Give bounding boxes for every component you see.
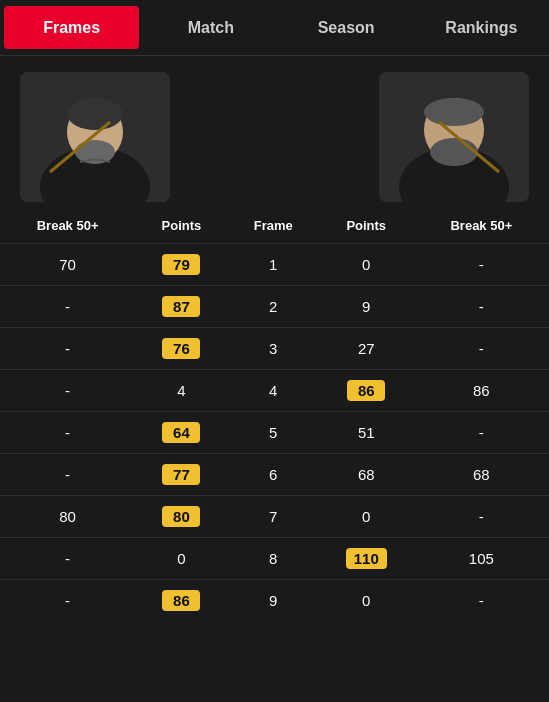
- cell-left-points: 86: [135, 580, 227, 622]
- cell-right-points: 0: [319, 496, 414, 538]
- points-badge: 77: [162, 464, 200, 485]
- cell-frame: 9: [228, 580, 319, 622]
- points-badge: 80: [162, 506, 200, 527]
- stats-table: Break 50+ Points Frame Points Break 50+ …: [0, 212, 549, 621]
- cell-right-points: 51: [319, 412, 414, 454]
- points-badge: 87: [162, 296, 200, 317]
- cell-left-points: 77: [135, 454, 227, 496]
- cell-right-break: -: [414, 580, 549, 622]
- col-left-points: Points: [135, 212, 227, 244]
- cell-left-break: -: [0, 328, 135, 370]
- col-frame: Frame: [228, 212, 319, 244]
- cell-left-break: -: [0, 454, 135, 496]
- cell-right-break: -: [414, 286, 549, 328]
- cell-left-points: 76: [135, 328, 227, 370]
- cell-frame: 3: [228, 328, 319, 370]
- points-badge: 86: [347, 380, 385, 401]
- cell-left-break: -: [0, 580, 135, 622]
- cell-frame: 1: [228, 244, 319, 286]
- col-left-break: Break 50+: [0, 212, 135, 244]
- cell-left-points: 64: [135, 412, 227, 454]
- cell-left-break: 80: [0, 496, 135, 538]
- table-row: 707910-: [0, 244, 549, 286]
- cell-left-points: 4: [135, 370, 227, 412]
- tab-season[interactable]: Season: [279, 0, 414, 55]
- cell-right-break: -: [414, 412, 549, 454]
- cell-right-break: -: [414, 244, 549, 286]
- cell-left-points: 0: [135, 538, 227, 580]
- cell-left-break: -: [0, 286, 135, 328]
- cell-right-break: -: [414, 496, 549, 538]
- cell-right-points: 27: [319, 328, 414, 370]
- cell-left-points: 80: [135, 496, 227, 538]
- table-row: -8729-: [0, 286, 549, 328]
- cell-right-points: 0: [319, 244, 414, 286]
- cell-right-break: 105: [414, 538, 549, 580]
- cell-left-points: 79: [135, 244, 227, 286]
- cell-left-points: 87: [135, 286, 227, 328]
- cell-left-break: -: [0, 538, 135, 580]
- cell-right-points: 86: [319, 370, 414, 412]
- cell-right-break: -: [414, 328, 549, 370]
- col-right-break: Break 50+: [414, 212, 549, 244]
- cell-left-break: -: [0, 370, 135, 412]
- cell-frame: 5: [228, 412, 319, 454]
- cell-frame: 2: [228, 286, 319, 328]
- cell-right-break: 86: [414, 370, 549, 412]
- tab-match[interactable]: Match: [143, 0, 278, 55]
- cell-right-break: 68: [414, 454, 549, 496]
- cell-frame: 6: [228, 454, 319, 496]
- svg-point-3: [67, 98, 123, 130]
- cell-frame: 7: [228, 496, 319, 538]
- tab-frames[interactable]: Frames: [4, 6, 139, 49]
- players-row: [0, 56, 549, 212]
- table-row: -7766868: [0, 454, 549, 496]
- svg-point-10: [430, 138, 478, 166]
- table-row: 808070-: [0, 496, 549, 538]
- table-row: -08110105: [0, 538, 549, 580]
- col-right-points: Points: [319, 212, 414, 244]
- left-player-avatar: [20, 72, 170, 202]
- cell-right-points: 0: [319, 580, 414, 622]
- points-badge: 86: [162, 590, 200, 611]
- points-badge: 110: [346, 548, 387, 569]
- right-player-avatar: [379, 72, 529, 202]
- cell-right-points: 68: [319, 454, 414, 496]
- table-row: -448686: [0, 370, 549, 412]
- points-badge: 76: [162, 338, 200, 359]
- svg-point-9: [424, 98, 484, 126]
- tab-rankings[interactable]: Rankings: [414, 0, 549, 55]
- table-row: -76327-: [0, 328, 549, 370]
- table-row: -8690-: [0, 580, 549, 622]
- cell-left-break: -: [0, 412, 135, 454]
- cell-right-points: 9: [319, 286, 414, 328]
- table-row: -64551-: [0, 412, 549, 454]
- points-badge: 79: [162, 254, 200, 275]
- cell-frame: 8: [228, 538, 319, 580]
- points-badge: 64: [162, 422, 200, 443]
- cell-right-points: 110: [319, 538, 414, 580]
- nav-tabs: Frames Match Season Rankings: [0, 0, 549, 56]
- cell-frame: 4: [228, 370, 319, 412]
- cell-left-break: 70: [0, 244, 135, 286]
